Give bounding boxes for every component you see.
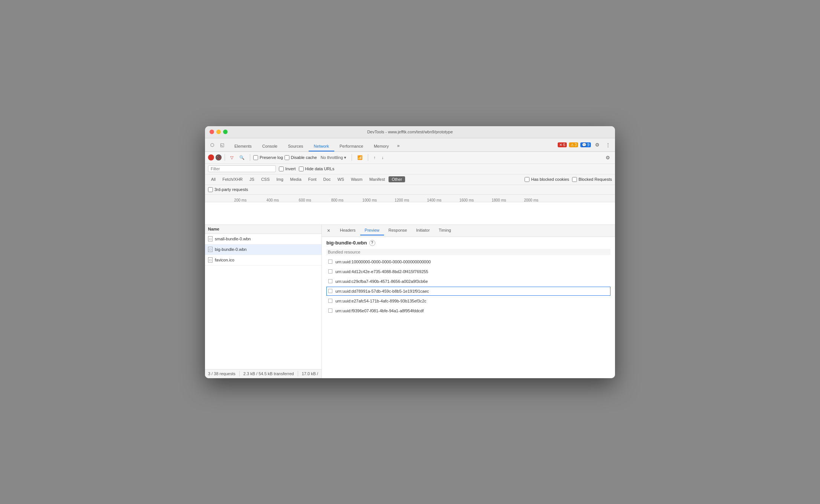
resource-item-0[interactable]: urn:uuid:10000000-0000-0000-0000-0000000… xyxy=(326,257,610,266)
maximize-button[interactable] xyxy=(223,130,228,134)
resource-id-0: urn:uuid:10000000-0000-0000-0000-0000000… xyxy=(335,260,431,264)
blocked-requests-checkbox[interactable]: Blocked Requests xyxy=(572,177,612,182)
divider-4 xyxy=(368,154,368,161)
filterbar: Filter Invert Hide data URLs xyxy=(205,164,615,174)
timeline-ruler: 200 ms 400 ms 600 ms 800 ms 1000 ms 1200… xyxy=(205,195,615,202)
warn-badge[interactable]: ⚠ 3 xyxy=(569,142,578,147)
statusbar: 3 / 38 requests 2.3 kB / 54.5 kB transfe… xyxy=(205,369,321,378)
tab-elements[interactable]: Elements xyxy=(229,142,257,151)
warn-count: 3 xyxy=(575,143,577,147)
wifi-icon: 📶 xyxy=(357,155,363,160)
detail-tab-timing[interactable]: Timing xyxy=(434,226,456,235)
throttling-select[interactable]: No throttling ▾ xyxy=(318,154,349,161)
resource-item-3[interactable]: urn:uuid:dd78991a-57db-459c-b8b5-1e191f9… xyxy=(326,287,610,296)
invert-checkbox[interactable]: Invert xyxy=(279,166,296,171)
device-icon[interactable]: ◱ xyxy=(218,141,226,149)
record-button[interactable] xyxy=(208,154,214,160)
download-button[interactable]: ↓ xyxy=(379,154,386,160)
type-img[interactable]: Img xyxy=(274,176,286,182)
download-icon: ↓ xyxy=(382,155,384,160)
preserve-log-label: Preserve log xyxy=(260,155,283,160)
disable-cache-label: Disable cache xyxy=(291,155,317,160)
message-count: 9 xyxy=(587,143,589,147)
detail-tab-preview[interactable]: Preview xyxy=(360,226,384,235)
tab-memory[interactable]: Memory xyxy=(369,142,394,151)
detail-tab-initiator[interactable]: Initiator xyxy=(412,226,434,235)
ruler-400: 400 ms xyxy=(266,198,279,202)
has-blocked-cookies-checkbox[interactable]: Has blocked cookies xyxy=(525,177,569,182)
detail-tab-response[interactable]: Response xyxy=(384,226,412,235)
resource-checkbox-3 xyxy=(328,289,332,293)
type-ws[interactable]: WS xyxy=(334,176,347,182)
error-badge[interactable]: ✕ 6 xyxy=(558,142,567,147)
detail-tab-headers[interactable]: Headers xyxy=(335,226,360,235)
type-font[interactable]: Font xyxy=(305,176,320,182)
status-divider-2 xyxy=(298,371,298,376)
type-other[interactable]: Other xyxy=(389,176,405,182)
type-manifest[interactable]: Manifest xyxy=(366,176,388,182)
detail-content: big-bundle-0.wbn ? Bundled resource urn:… xyxy=(322,237,615,378)
status-divider-1 xyxy=(239,371,240,376)
blocked-requests-label: Blocked Requests xyxy=(578,177,612,182)
more-options-icon[interactable]: ⋮ xyxy=(604,141,612,149)
file-item-2[interactable]: □ favicon.ico xyxy=(205,255,321,266)
tab-console[interactable]: Console xyxy=(257,142,283,151)
filter-icon: ▽ xyxy=(230,155,233,160)
file-item-1[interactable]: □ big-bundle-0.wbn xyxy=(205,244,321,255)
ruler-1000: 1000 ms xyxy=(363,198,377,202)
type-media[interactable]: Media xyxy=(287,176,304,182)
type-css[interactable]: CSS xyxy=(258,176,273,182)
settings-icon[interactable]: ⚙ xyxy=(593,141,601,149)
ruler-1800: 1800 ms xyxy=(492,198,506,202)
detail-close-button[interactable]: × xyxy=(325,227,332,234)
resource-item-4[interactable]: urn:uuid:e27afc54-171b-4afc-899b-93b135e… xyxy=(326,296,610,305)
devtools-window: DevTools - www.jefftk.com/test/wbn9/prot… xyxy=(205,126,615,378)
file-item-0[interactable]: □ small-bundle-0.wbn xyxy=(205,234,321,244)
resource-checkbox-4 xyxy=(328,299,332,303)
upload-icon: ↑ xyxy=(373,155,376,160)
upload-button[interactable]: ↑ xyxy=(371,154,378,160)
filter-icon-button[interactable]: ▽ xyxy=(228,154,236,161)
resource-checkbox-0 xyxy=(328,260,332,264)
wifi-icon-button[interactable]: 📶 xyxy=(355,154,365,161)
clear-button[interactable]: 🚫 xyxy=(216,154,222,160)
thirdpartybar: 3rd-party requests xyxy=(205,185,615,195)
toolbar-right: ⚙ xyxy=(604,153,612,162)
resource-id-3: urn:uuid:dd78991a-57db-459c-b8b5-1e191f9… xyxy=(335,289,429,293)
main-content: Name □ small-bundle-0.wbn □ big-bundle-0… xyxy=(205,225,615,378)
hide-data-urls-label: Hide data URLs xyxy=(305,166,335,171)
type-js[interactable]: JS xyxy=(246,176,257,182)
type-doc[interactable]: Doc xyxy=(320,176,334,182)
ruler-1200: 1200 ms xyxy=(395,198,409,202)
tab-sources[interactable]: Sources xyxy=(283,142,308,151)
resource-item-2[interactable]: urn:uuid:c29cfba7-490b-4571-8656-a002a9f… xyxy=(326,277,610,286)
network-settings-icon[interactable]: ⚙ xyxy=(604,153,612,162)
type-wasm[interactable]: Wasm xyxy=(348,176,366,182)
clear-icon: 🚫 xyxy=(216,156,221,160)
close-button[interactable] xyxy=(210,130,214,134)
more-tabs-button[interactable]: » xyxy=(394,141,403,151)
file-list: □ small-bundle-0.wbn □ big-bundle-0.wbn … xyxy=(205,234,321,369)
preserve-log-checkbox[interactable]: Preserve log xyxy=(253,155,283,160)
type-all[interactable]: All xyxy=(208,176,219,182)
file-list-section: Name □ small-bundle-0.wbn □ big-bundle-0… xyxy=(205,225,322,378)
file-name-0: small-bundle-0.wbn xyxy=(215,237,251,241)
help-icon[interactable]: ? xyxy=(369,240,375,246)
file-icon-1: □ xyxy=(208,247,213,252)
window-title: DevTools - www.jefftk.com/test/wbn9/prot… xyxy=(367,130,453,134)
invert-label: Invert xyxy=(285,166,296,171)
error-count: 6 xyxy=(563,143,565,147)
type-fetch-xhr[interactable]: Fetch/XHR xyxy=(219,176,246,182)
search-button[interactable]: 🔍 xyxy=(237,154,247,161)
message-badge[interactable]: 💬 9 xyxy=(580,142,591,147)
third-party-checkbox[interactable]: 3rd-party requests xyxy=(208,187,248,192)
resource-item-5[interactable]: urn:uuid:f9396e07-f081-4bfe-94a1-a8f954f… xyxy=(326,306,610,315)
minimize-button[interactable] xyxy=(216,130,221,134)
tab-network[interactable]: Network xyxy=(309,142,334,151)
filter-label: Filter xyxy=(211,166,220,171)
resource-item-1[interactable]: urn:uuid:4d12c42e-e735-4088-8bd2-0f415f7… xyxy=(326,267,610,276)
hide-data-urls-checkbox[interactable]: Hide data URLs xyxy=(299,166,335,171)
disable-cache-checkbox[interactable]: Disable cache xyxy=(285,155,317,160)
tab-performance[interactable]: Performance xyxy=(334,142,369,151)
cursor-icon[interactable]: ⬡ xyxy=(208,141,216,149)
